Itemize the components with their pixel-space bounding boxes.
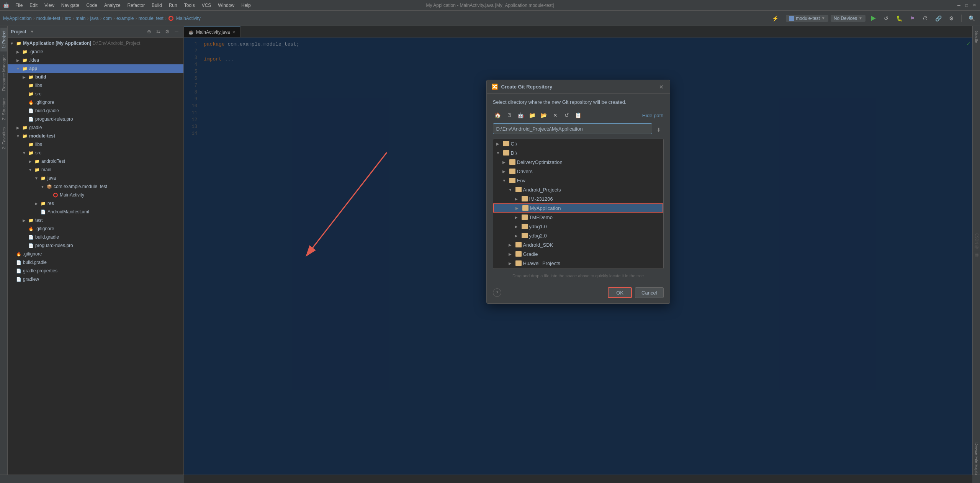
dtree-item-huawei-projects[interactable]: ▶ Huawei_Projects xyxy=(493,259,663,268)
tree-item-res[interactable]: ▶ 📁 res xyxy=(8,199,183,208)
tree-item-idea[interactable]: ▶ 📁 .idea xyxy=(8,56,183,64)
menu-edit[interactable]: Edit xyxy=(26,2,41,9)
run-button[interactable] xyxy=(868,13,879,24)
tree-item-app[interactable]: ▼ 📁 app xyxy=(8,64,183,73)
breadcrumb-module-test[interactable]: module-test xyxy=(36,16,61,21)
tree-item-module-test[interactable]: ▼ 📁 module-test xyxy=(8,132,183,140)
tree-item-gitignore-mt[interactable]: ▶ 🔥 .gitignore xyxy=(8,224,183,233)
collapse-all-button[interactable]: ⇆ xyxy=(154,28,162,36)
dialog-close-button[interactable]: ✕ xyxy=(658,83,665,91)
dtree-item-delivery[interactable]: ▶ DeliveryOptimization xyxy=(493,157,663,167)
tree-item-gradleprops[interactable]: ▶ 📄 gradle.properties xyxy=(8,267,183,275)
dtree-item-d[interactable]: ▼ D:\ xyxy=(493,148,663,157)
delete-button[interactable]: ✕ xyxy=(550,110,560,120)
profile-button[interactable]: ⏱ xyxy=(920,13,931,24)
dtree-item-drivers[interactable]: ▶ Drivers xyxy=(493,167,663,176)
menu-window[interactable]: Window xyxy=(215,2,237,9)
new-folder-button[interactable]: 📂 xyxy=(539,110,549,120)
maximize-button[interactable]: □ xyxy=(964,3,969,8)
tree-item-pkg[interactable]: ▼ 📦 com.example.module_test xyxy=(8,182,183,191)
menu-help[interactable]: Help xyxy=(238,2,254,9)
dtree-item-ydbg20[interactable]: ▶ ydbg2.0 xyxy=(493,231,663,240)
breadcrumb-module-test-pkg[interactable]: module_test xyxy=(138,16,163,21)
breadcrumb-java[interactable]: java xyxy=(90,16,98,21)
dtree-item-android-projects[interactable]: ▼ Android_Projects xyxy=(493,185,663,194)
menu-tools[interactable]: Tools xyxy=(181,2,198,9)
tree-item-buildgradle-app[interactable]: ▶ 📄 build.gradle xyxy=(8,106,183,115)
breadcrumb-com[interactable]: com xyxy=(103,16,112,21)
tree-item-main[interactable]: ▼ 📁 main xyxy=(8,165,183,174)
dtree-item-android-sdk[interactable]: ▶ Android_SDK xyxy=(493,240,663,249)
tree-item-gradlew[interactable]: ▶ 📄 gradlew xyxy=(8,275,183,283)
download-button[interactable]: ⬇ xyxy=(654,125,664,135)
device-selector[interactable]: No Devices ▼ xyxy=(831,15,865,22)
tree-item-buildgradle-root[interactable]: ▶ 📄 build.gradle xyxy=(8,258,183,267)
panel-settings-button[interactable]: ⚙ xyxy=(164,28,171,36)
tab-structure[interactable]: Z: Structure xyxy=(0,95,7,123)
breadcrumb-mainactivity[interactable]: MainActivity xyxy=(176,16,201,21)
tab-gradle[interactable]: Gradle xyxy=(973,28,980,46)
settings-button[interactable]: ⚙ xyxy=(946,13,957,24)
sync-button[interactable]: ↺ xyxy=(881,13,892,24)
tree-item-build[interactable]: ▶ 📁 build xyxy=(8,73,183,81)
dtree-item-tmfdemo[interactable]: ▶ TMFDemo xyxy=(493,213,663,222)
folder-button[interactable]: 📁 xyxy=(527,110,537,120)
tree-item-buildgradle-mt[interactable]: ▶ 📄 build.gradle xyxy=(8,233,183,241)
tree-item-androidtest[interactable]: ▶ 📁 androidTest xyxy=(8,157,183,165)
tab-project[interactable]: 1: Project xyxy=(0,28,7,51)
coverage-button[interactable]: ⚑ xyxy=(907,13,918,24)
copy-path-button[interactable]: 📋 xyxy=(573,110,583,120)
debug-button[interactable]: 🐛 xyxy=(894,13,905,24)
menu-refactor[interactable]: Refactor xyxy=(124,2,148,9)
dtree-item-c[interactable]: ▶ C:\ xyxy=(493,139,663,148)
dtree-item-im231206[interactable]: ▶ IM-231206 xyxy=(493,194,663,203)
dtree-item-env[interactable]: ▼ Env xyxy=(493,176,663,185)
run-config-selector[interactable]: module-test ▼ xyxy=(786,15,828,22)
dtree-item-huawei-sdk[interactable]: ▶ Huawei_SDK xyxy=(493,268,663,269)
menu-view[interactable]: View xyxy=(41,2,57,9)
menu-navigate[interactable]: Navigate xyxy=(58,2,82,9)
tree-item-proguard-app[interactable]: ▶ 📄 proguard-rules.pro xyxy=(8,115,183,123)
dtree-item-gradle[interactable]: ▶ Gradle xyxy=(493,249,663,259)
refresh-button[interactable]: ↺ xyxy=(562,110,572,120)
menu-analyze[interactable]: Analyze xyxy=(101,2,124,9)
locate-button[interactable]: ⊕ xyxy=(145,28,153,36)
home-button[interactable]: 🏠 xyxy=(493,110,503,120)
hide-panel-button[interactable]: ─ xyxy=(173,28,180,36)
breadcrumb-myapplication[interactable]: MyApplication xyxy=(3,16,32,21)
dtree-item-ydbg10[interactable]: ▶ ydbg1.0 xyxy=(493,222,663,231)
menu-code[interactable]: Code xyxy=(83,2,100,9)
cancel-button[interactable]: Cancel xyxy=(635,287,663,298)
close-button[interactable]: ✕ xyxy=(972,3,977,8)
project-panel-dropdown[interactable]: ▼ xyxy=(30,29,34,34)
attach-button[interactable]: 🔗 xyxy=(933,13,944,24)
help-button[interactable]: ? xyxy=(493,288,501,297)
menu-run[interactable]: Run xyxy=(166,2,180,9)
tree-item-gitignore-root[interactable]: ▶ 🔥 .gitignore xyxy=(8,250,183,258)
path-input[interactable] xyxy=(493,123,652,134)
tree-item-myapplication[interactable]: ▼ 📁 MyApplication [My Application] D:\En… xyxy=(8,39,183,47)
menu-file[interactable]: File xyxy=(12,2,26,9)
tree-item-libs-app[interactable]: ▶ 📁 libs xyxy=(8,81,183,90)
android-button[interactable]: 🤖 xyxy=(516,110,526,120)
minimize-button[interactable]: ─ xyxy=(956,3,962,8)
tab-resource-manager[interactable]: Resource Manager xyxy=(0,52,7,94)
menu-build[interactable]: Build xyxy=(149,2,165,9)
breadcrumb-example[interactable]: example xyxy=(116,16,134,21)
hide-path-button[interactable]: Hide path xyxy=(642,113,664,118)
search-everywhere-button[interactable]: 🔍 xyxy=(966,13,977,24)
ok-button[interactable]: OK xyxy=(608,287,632,298)
tree-item-libs-mt[interactable]: ▶ 📁 libs xyxy=(8,140,183,149)
menu-vcs[interactable]: VCS xyxy=(199,2,214,9)
tree-item-src-app[interactable]: ▶ 📁 src xyxy=(8,90,183,98)
vcs-button[interactable]: ⚡ xyxy=(770,13,780,24)
tree-item-mainactivity[interactable]: ▶ ⭕ MainActivity xyxy=(8,191,183,199)
desktop-button[interactable]: 🖥 xyxy=(504,110,514,120)
tab-favorites[interactable]: 2: Favorites xyxy=(0,124,7,152)
tree-item-java[interactable]: ▼ 📁 java xyxy=(8,174,183,182)
tree-item-test[interactable]: ▶ 📁 test xyxy=(8,216,183,224)
tree-item-gradle-folder[interactable]: ▶ 📁 gradle xyxy=(8,123,183,132)
breadcrumb-main[interactable]: main xyxy=(75,16,85,21)
tree-item-src-mt[interactable]: ▼ 📁 src xyxy=(8,149,183,157)
breadcrumb-src[interactable]: src xyxy=(65,16,71,21)
